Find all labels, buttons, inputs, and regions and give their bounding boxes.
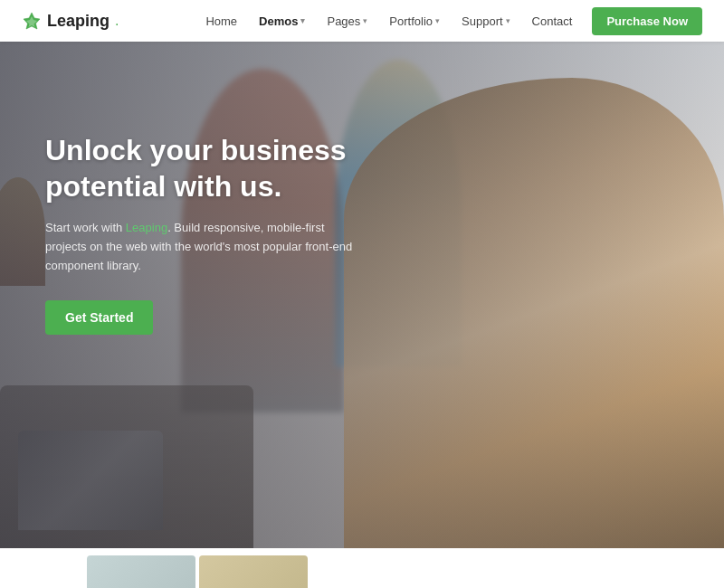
nav-links: Home Demos ▾ Pages ▾ Portfolio ▾ Support… — [196, 9, 581, 33]
logo[interactable]: Leaping. — [22, 11, 119, 31]
nav-pages[interactable]: Pages ▾ — [318, 9, 376, 33]
below-fold-section — [0, 548, 724, 588]
get-started-button[interactable]: Get Started — [45, 300, 153, 335]
thumbnail-card-2[interactable] — [199, 555, 308, 588]
support-chevron-icon: ▾ — [506, 16, 510, 25]
pages-chevron-icon: ▾ — [363, 16, 367, 25]
demos-chevron-icon: ▾ — [300, 16, 305, 25]
leaping-highlight: Leaping — [126, 221, 167, 234]
portfolio-chevron-icon: ▾ — [435, 16, 440, 25]
purchase-button[interactable]: Purchase Now — [592, 7, 702, 35]
nav-contact[interactable]: Contact — [523, 9, 582, 33]
hero-title: Unlock your business potential with us. — [45, 132, 389, 204]
logo-text: Leaping — [47, 12, 110, 31]
nav-home[interactable]: Home — [196, 9, 246, 33]
logo-icon — [22, 11, 42, 31]
hero-content: Unlock your business potential with us. … — [45, 132, 389, 335]
navbar: Leaping. Home Demos ▾ Pages ▾ Portfolio … — [0, 0, 724, 42]
nav-demos[interactable]: Demos ▾ — [250, 9, 314, 33]
hero-section: Unlock your business potential with us. … — [0, 42, 724, 548]
logo-dot: . — [115, 13, 119, 29]
nav-support[interactable]: Support ▾ — [452, 9, 519, 33]
thumbnail-card-1[interactable] — [87, 555, 195, 588]
nav-portfolio[interactable]: Portfolio ▾ — [380, 9, 449, 33]
hero-subtitle: Start work with Leaping. Build responsiv… — [45, 219, 353, 275]
